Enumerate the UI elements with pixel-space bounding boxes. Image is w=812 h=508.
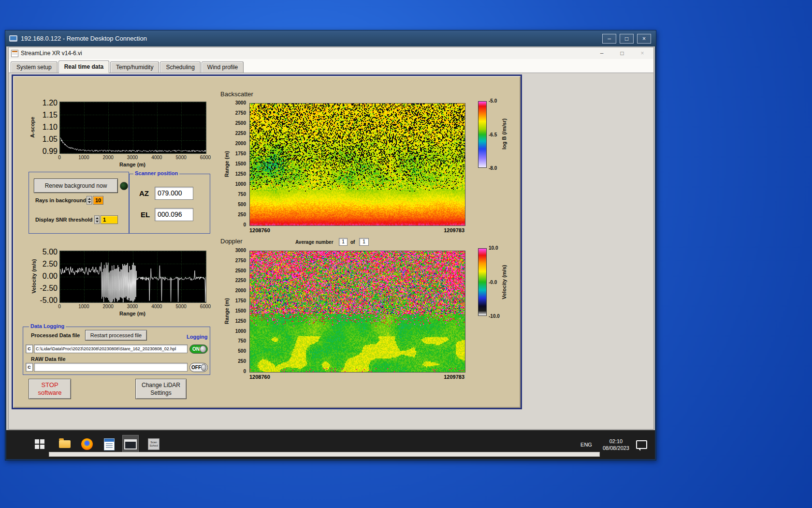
windows-logo-icon	[35, 439, 44, 449]
app-title: StreamLine XR v14-6.vi	[21, 50, 82, 57]
file-explorer-icon[interactable]	[57, 435, 73, 453]
tick-label: 0	[243, 369, 246, 374]
az-value-field[interactable]: 079.000	[155, 187, 193, 200]
toggle-knob	[201, 364, 206, 371]
data-logging-group: Data Logging Processed Data file Restart…	[23, 327, 210, 375]
tick-label: 1000	[235, 181, 246, 187]
rdp-maximize-button[interactable]: □	[620, 34, 634, 44]
average-number-field[interactable]: 1	[339, 238, 348, 246]
tick-label: 3000	[235, 248, 246, 254]
tick-label: -0.0	[489, 279, 497, 285]
data-logging-title: Data Logging	[29, 323, 66, 329]
raw-drive-box[interactable]: C	[26, 363, 33, 372]
logging-off-toggle[interactable]: OFF	[189, 363, 208, 372]
stop-button-line1: STOP	[41, 381, 58, 389]
tick-label: 2000	[235, 288, 246, 294]
average-total-field[interactable]: 1	[359, 238, 369, 246]
velocity-plot	[59, 251, 206, 303]
tick-label: 1.05	[43, 135, 58, 144]
logging-label: Logging	[187, 334, 207, 340]
rdp-titlebar[interactable]: 192.168.0.122 - Remote Desktop Connectio…	[5, 30, 656, 46]
snr-value-field[interactable]: 1	[101, 215, 118, 224]
tab-system-setup[interactable]: System setup	[11, 61, 58, 73]
tick-label: 1500	[235, 308, 246, 314]
front-panel: A-scope 1.201.151.101.050.99 01000200030…	[12, 75, 522, 409]
vi-icon	[11, 50, 18, 57]
tick-label: 750	[238, 338, 246, 344]
tab-scheduling[interactable]: Scheduling	[160, 61, 200, 73]
tick-label: 5000	[174, 304, 188, 310]
rdp-window-title: 192.168.0.122 - Remote Desktop Connectio…	[21, 35, 147, 42]
logging-on-toggle[interactable]: ON	[189, 344, 208, 354]
tab-real-time-data[interactable]: Real time data	[58, 60, 109, 73]
notepad-icon[interactable]	[101, 435, 117, 453]
firefox-globe-icon	[81, 438, 93, 450]
el-value-field[interactable]: 000.096	[155, 208, 193, 221]
velocity-x-axis-label: Range (m)	[59, 311, 205, 316]
tab-wind-profile[interactable]: Wind profile	[202, 61, 244, 73]
tab-bar: System setup Real time data Temp/humidit…	[9, 59, 653, 73]
tick-label: 2250	[235, 131, 246, 136]
tick-label: 500	[238, 348, 246, 354]
tick-label: 3000	[125, 155, 140, 161]
language-indicator[interactable]: ENG	[577, 439, 596, 450]
tick-label: -2.50	[40, 284, 58, 293]
clock-date: 08/08/2023	[603, 445, 629, 451]
taskbar-clock[interactable]: 02:10 08/08/2023	[603, 438, 629, 451]
app-titlebar[interactable]: StreamLine XR v14-6.vi – □ ×	[9, 47, 653, 60]
tick-label: 750	[238, 192, 246, 197]
scanner-position-title: Scanner position	[133, 170, 179, 176]
restart-processed-file-button[interactable]: Restart processed file	[85, 330, 147, 341]
streamline-taskbar-icon[interactable]	[122, 435, 139, 453]
processed-drive-box[interactable]: C	[26, 344, 33, 353]
app-close-button[interactable]: ×	[638, 50, 647, 57]
rdp-minimize-button[interactable]: –	[602, 34, 616, 44]
taskbar: Scan Sched ENG 02:10 08/08/2023	[6, 430, 655, 459]
rays-spinner[interactable]	[87, 196, 92, 205]
notification-icon[interactable]	[636, 440, 647, 449]
app-restore-button[interactable]: □	[618, 50, 626, 57]
backscatter-title: Backscatter	[220, 90, 253, 98]
renew-background-button[interactable]: Renew background now	[34, 179, 118, 193]
scan-scheduler-icon[interactable]: Scan Sched	[145, 435, 162, 453]
tick-label: 10.0	[489, 245, 498, 251]
raw-path-field[interactable]	[34, 363, 188, 372]
tick-label: 2000	[235, 141, 246, 147]
rdp-close-button[interactable]: ×	[637, 34, 651, 44]
processed-path-field[interactable]: C:\Lidar\Data\Proc\2023\202308\20230808\…	[34, 344, 188, 353]
tick-label: 4000	[149, 304, 164, 310]
start-button[interactable]	[31, 435, 48, 453]
stop-software-button[interactable]: STOP software	[29, 379, 71, 399]
app-minimize-button[interactable]: –	[597, 50, 606, 57]
scanner-position-group: Scanner position AZ 079.000 EL 000.096	[129, 174, 210, 234]
el-label: EL	[141, 210, 150, 219]
rdp-window: 192.168.0.122 - Remote Desktop Connectio…	[5, 30, 656, 461]
tick-label: 1500	[235, 161, 246, 167]
tick-label: 2000	[101, 304, 116, 310]
processed-data-file-label: Processed Data file	[31, 332, 80, 338]
tick-label: 0	[52, 155, 67, 161]
tick-label: 3000	[125, 304, 140, 310]
average-of-label: of	[350, 239, 355, 245]
snr-spinner[interactable]	[94, 215, 100, 224]
tab-temp-humidity[interactable]: Temp/humidity	[110, 61, 159, 73]
tick-label: 2250	[235, 278, 246, 284]
remote-session: StreamLine XR v14-6.vi – □ × System setu…	[6, 46, 655, 459]
tick-label: 2750	[235, 110, 246, 116]
rays-value-field[interactable]: 10	[93, 196, 103, 205]
backscatter-x-end: 1209783	[444, 227, 464, 233]
tick-label: 0.00	[43, 272, 58, 281]
toggle-knob	[200, 345, 206, 353]
renew-background-led	[120, 182, 128, 190]
change-lidar-settings-button[interactable]: Change LiDAR Settings	[135, 379, 187, 399]
velocity-y-axis-label: Velocity (m/s)	[30, 254, 37, 298]
tick-label: 1250	[235, 171, 246, 177]
az-label: AZ	[139, 189, 149, 197]
firefox-icon[interactable]	[79, 435, 95, 453]
tick-label: 0	[52, 304, 67, 310]
desktop-background: 192.168.0.122 - Remote Desktop Connectio…	[0, 0, 812, 508]
app-window-icon	[124, 439, 137, 449]
tick-label: 2500	[235, 120, 246, 126]
backscatter-x-axis: 1208760 1209783	[249, 227, 464, 233]
tick-label: 4000	[149, 155, 164, 161]
